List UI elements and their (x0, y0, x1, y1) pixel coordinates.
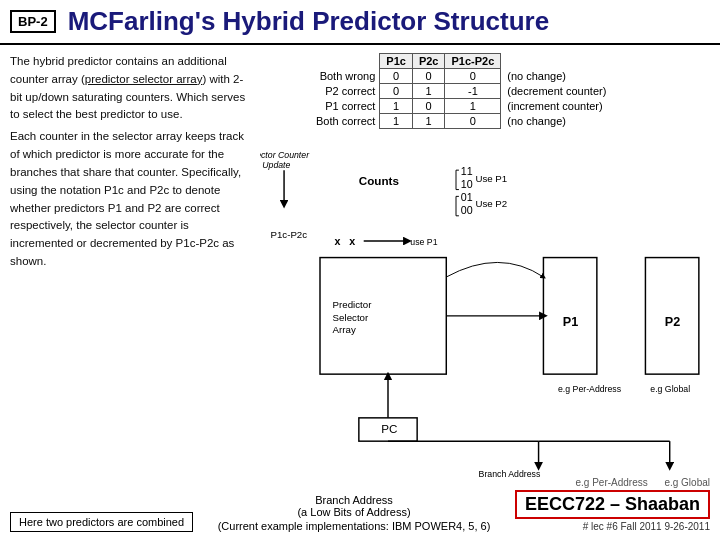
eecc-text: EECC722 – Shaaban (525, 494, 700, 514)
footer-middle: Branch Address(a Low Bits of Address) (C… (201, 494, 507, 532)
p1-label: P1 (563, 315, 578, 329)
paragraph-2: Each counter in the selector array keeps… (10, 128, 250, 271)
cell-p1c-3: 1 (380, 114, 413, 129)
counter-11: 11 (461, 165, 473, 177)
underline-term: predictor selector array (85, 73, 203, 85)
row-label-both-wrong: Both wrong (310, 69, 380, 84)
cell-p1cp2c-1: -1 (445, 84, 501, 99)
main-content: The hybrid predictor contains an additio… (0, 45, 720, 481)
counter-01: 01 (461, 191, 473, 203)
use-p2-label: Use P2 (475, 198, 507, 209)
text-column: The hybrid predictor contains an additio… (10, 53, 250, 473)
paragraph-1: The hybrid predictor contains an additio… (10, 53, 250, 124)
note-no-change-2: (no change) (501, 114, 613, 129)
use-p1-small: use P1 (410, 237, 437, 247)
pc-label: PC (381, 422, 397, 435)
use-p1-label: Use P1 (475, 173, 507, 184)
slide-title: MCFarling's Hybrid Predictor Structure (68, 6, 549, 37)
per-address-global: e.g Per-Address e.g Global (575, 477, 710, 488)
per-address-label: e.g Per-Address (558, 384, 622, 394)
table-row: Both wrong 0 0 0 (no change) (310, 69, 612, 84)
p2-label: P2 (665, 315, 680, 329)
note-increment: (increment counter) (501, 99, 613, 114)
badge: BP-2 (10, 10, 56, 33)
current-impls: (Current example implementations: IBM PO… (201, 520, 507, 532)
col-header-note (501, 54, 613, 69)
row-label-p1-correct: P1 correct (310, 99, 380, 114)
footer-right-text: # lec #6 Fall 2011 9-26-2011 (583, 521, 710, 532)
cell-p2c-1: 1 (412, 84, 445, 99)
predictor-selector-3: Array (333, 324, 356, 335)
selector-update-label2: Update (262, 160, 290, 170)
counter-10: 10 (461, 178, 473, 190)
counter-00: 00 (461, 204, 473, 216)
truth-table: P1c P2c P1c-P2c Both wrong 0 0 0 (no cha… (310, 53, 612, 129)
curve-arrow (446, 262, 543, 277)
eecc-footer: e.g Per-Address e.g Global EECC722 – Sha… (515, 477, 710, 532)
table-row: P1 correct 1 0 1 (increment counter) (310, 99, 612, 114)
x-label1: x (335, 235, 341, 247)
cell-p1cp2c-2: 1 (445, 99, 501, 114)
cell-p1c-1: 0 (380, 84, 413, 99)
row-label-p2-correct: P2 correct (310, 84, 380, 99)
p1c-p2c-label: P1c-P2c (270, 229, 307, 240)
cell-p1c-2: 1 (380, 99, 413, 114)
cell-p2c-3: 1 (412, 114, 445, 129)
note-decrement: (decrement counter) (501, 84, 613, 99)
cell-p1cp2c-0: 0 (445, 69, 501, 84)
predictor-selector-2: Selector (333, 312, 369, 323)
col-header-p1c: P1c (380, 54, 413, 69)
predictor-selector-1: Predictor (333, 299, 373, 310)
eecc-box: EECC722 – Shaaban (515, 490, 710, 519)
counts-label: Counts (359, 174, 399, 187)
col-header-p2c: P2c (412, 54, 445, 69)
col-header-p1c-p2c: P1c-P2c (445, 54, 501, 69)
diagram-svg: Selector Counter Update Counts 11 10 Use… (260, 141, 720, 481)
footer: Here two predictors are combined Branch … (0, 473, 720, 536)
x-label2: x (349, 235, 355, 247)
cell-p2c-0: 0 (412, 69, 445, 84)
cell-p1c-0: 0 (380, 69, 413, 84)
global-label: e.g Global (650, 384, 690, 394)
branch-address-label: Branch Address(a Low Bits of Address) (201, 494, 507, 518)
row-label-both-correct: Both correct (310, 114, 380, 129)
note-no-change-1: (no change) (501, 69, 613, 84)
header: BP-2 MCFarling's Hybrid Predictor Struct… (0, 0, 720, 45)
here-box: Here two predictors are combined (10, 512, 193, 532)
cell-p2c-2: 0 (412, 99, 445, 114)
cell-p1cp2c-3: 0 (445, 114, 501, 129)
diagram-column: P1c P2c P1c-P2c Both wrong 0 0 0 (no cha… (260, 53, 710, 473)
col-header-empty (310, 54, 380, 69)
table-row: Both correct 1 1 0 (no change) (310, 114, 612, 129)
table-row: P2 correct 0 1 -1 (decrement counter) (310, 84, 612, 99)
slide: BP-2 MCFarling's Hybrid Predictor Struct… (0, 0, 720, 540)
selector-update-label: Selector Counter (260, 150, 310, 160)
